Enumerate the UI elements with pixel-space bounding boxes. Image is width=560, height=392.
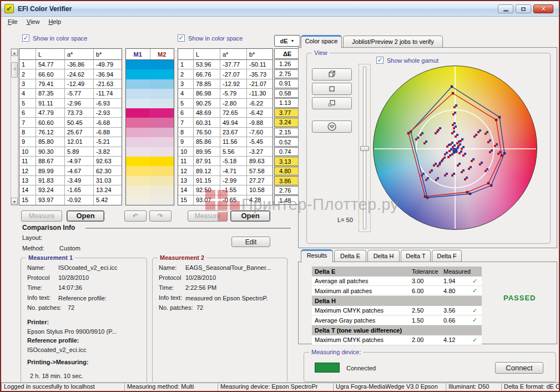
cell: -5.18 (220, 157, 247, 166)
pass-check-icon: ✓ (472, 278, 482, 285)
open-button-2[interactable]: Open (230, 210, 270, 222)
table-row[interactable]: 1593.97-0.925.42 (19, 195, 122, 205)
cell: 90.30 (36, 147, 65, 157)
cell: 11 (19, 157, 36, 166)
color-swatch (150, 69, 174, 79)
patch-list-scrollbar[interactable]: ▲ ▼ (11, 48, 18, 205)
tab-delta-h[interactable]: Delta H (367, 250, 400, 262)
pass-check-icon: ✓ (472, 287, 482, 294)
table-row[interactable]: 379.41-12.49-21.63 (19, 79, 122, 89)
table-row[interactable]: 1089.955.56-3.27 (178, 147, 273, 157)
connect-button[interactable]: Connect (495, 362, 543, 374)
minimize-button[interactable] (498, 4, 513, 13)
delta-e-value: 2.75 (274, 69, 300, 79)
color-swatch (150, 137, 174, 147)
name-value: EAGS_SeasonalTour_Banner... (185, 264, 271, 271)
undo-button[interactable]: ↶ (124, 210, 147, 222)
cell: -2.93 (94, 108, 122, 118)
table-row[interactable]: 487.35-5.77-11.74 (19, 89, 122, 98)
gamut-plot[interactable] (373, 66, 537, 230)
table-row[interactable]: 760.6050.45-6.68 (19, 118, 122, 127)
table-row[interactable]: 648.6972.65-6.42 (178, 108, 273, 118)
measure-button-1[interactable]: Measure (21, 210, 62, 222)
cell: 85.80 (36, 137, 65, 147)
status-segment: Illuminant: D50 (446, 383, 501, 391)
time-value: 2:22:56 PM (185, 284, 216, 291)
cell: 1 (178, 60, 194, 69)
table-row[interactable]: 760.3149.94-9.88 (178, 118, 273, 127)
view-rotate-button[interactable] (312, 120, 352, 133)
open-button-1[interactable]: Open (67, 210, 104, 222)
measured-value: 0.66 (443, 317, 472, 324)
tab-delta-f[interactable]: Delta F (432, 250, 462, 262)
cell: -37.77 (220, 60, 247, 69)
table-header-row: La*b* (19, 49, 122, 60)
redo-button[interactable]: ↷ (149, 210, 171, 222)
table-row[interactable]: 590.25-2.80-6.22 (178, 99, 273, 108)
menu-item-help[interactable]: Help (46, 17, 68, 27)
slider-thumb[interactable] (360, 146, 369, 151)
table-row[interactable]: 154.77-36.86-49.79 (19, 60, 122, 69)
tab-delta-t[interactable]: Delta T (401, 250, 431, 262)
close-button[interactable]: ✕ (533, 4, 553, 13)
swatch-row (126, 157, 174, 166)
cell: 87.35 (36, 89, 65, 98)
table-row[interactable]: 1289.12-4.7157.58 (178, 166, 273, 175)
table-row[interactable]: 486.98-5.79-11.30 (178, 89, 273, 98)
measure-button-2[interactable]: Measure (188, 210, 228, 222)
cell: -21.63 (94, 79, 122, 89)
table-row[interactable]: 378.85-12.92-21.07 (178, 79, 273, 89)
table-row[interactable]: 1090.305.89-3.82 (19, 147, 122, 157)
result-label: Maximum all patches (312, 288, 412, 294)
swatch-row (126, 69, 174, 79)
table-row[interactable]: 1492.50-1.5510.58 (178, 185, 273, 195)
menu-item-file[interactable]: File (6, 17, 24, 27)
table-row[interactable]: 1391.15-2.9927.27 (178, 176, 273, 185)
color-swatch (150, 79, 174, 89)
table-row[interactable]: 876.1225.67-6.88 (19, 128, 122, 137)
scroll-up-icon[interactable]: ▲ (11, 49, 18, 56)
tab-delta-e[interactable]: Delta E (334, 250, 366, 262)
lightness-value-label: L= 50 (337, 217, 353, 223)
view-2d-button[interactable] (312, 83, 352, 95)
tab-joblist-preview[interactable]: Joblist/Preview 2 jobs to verify (343, 36, 443, 48)
color-swatch (126, 128, 150, 137)
view-3d-button[interactable] (312, 68, 352, 81)
maximize-button[interactable] (516, 4, 531, 13)
table-row[interactable]: 266.76-27.07-35.73 (178, 69, 273, 79)
table-row[interactable]: 1188.67-4.9792.63 (19, 157, 122, 166)
show-in-color-space-checkbox-1[interactable]: ✓ Show in color space (22, 34, 87, 42)
table-row[interactable]: 591.11-2.96-6.93 (19, 99, 122, 108)
edit-button[interactable]: Edit (231, 237, 270, 247)
table-row[interactable]: 1593.07-0.654.28 (178, 195, 273, 205)
menu-item-view[interactable]: View (24, 17, 47, 27)
table-row[interactable]: 153.96-37.77-50.11 (178, 60, 273, 69)
table-row[interactable]: 876.5023.67-7.60 (178, 128, 273, 137)
lightness-slider[interactable] (359, 64, 371, 232)
view-zoom-button[interactable] (312, 97, 352, 109)
delta-e-format-dropdown[interactable]: dE ▼ (274, 35, 300, 47)
show-in-color-space-checkbox-2[interactable]: ✓ Show in color space (178, 34, 243, 42)
show-whole-gamut-checkbox[interactable]: ✓ Show whole gamut (376, 57, 438, 64)
cell: -6.68 (94, 118, 122, 127)
title-bar[interactable]: ✔ EFI Color Verifier ✕ (1, 1, 559, 17)
cell: 2 (178, 69, 194, 79)
table-header-row: La*b* (178, 49, 273, 60)
tab-results[interactable]: Results (301, 249, 333, 263)
table-row[interactable]: 266.60-24.62-36.94 (19, 69, 122, 79)
scrollbar-thumb[interactable] (11, 62, 18, 78)
table-row[interactable]: 1493.24-1.6513.24 (19, 185, 122, 195)
table-row[interactable]: 1391.83-3.4931.03 (19, 176, 122, 185)
table-row[interactable]: 1187.91-5.1889.63 (178, 157, 273, 166)
tab-color-space[interactable]: Color space (301, 35, 342, 48)
reference-profile-value: ISOcoated_v2_eci.icc (27, 346, 86, 353)
table-row[interactable]: 647.7973.73-2.93 (19, 108, 122, 118)
cell: -6.42 (247, 108, 273, 118)
protocol-value: 10/28/2010 (58, 274, 89, 281)
table-row[interactable]: 985.8611.56-5.45 (178, 137, 273, 147)
table-row[interactable]: 1289.99-4.6762.30 (19, 166, 122, 175)
gamut-color-wheel[interactable] (373, 66, 537, 230)
scroll-down-icon[interactable]: ▼ (11, 198, 18, 205)
table-row[interactable]: 985.8012.01-5.21 (19, 137, 122, 147)
cell: -6.22 (247, 99, 273, 108)
